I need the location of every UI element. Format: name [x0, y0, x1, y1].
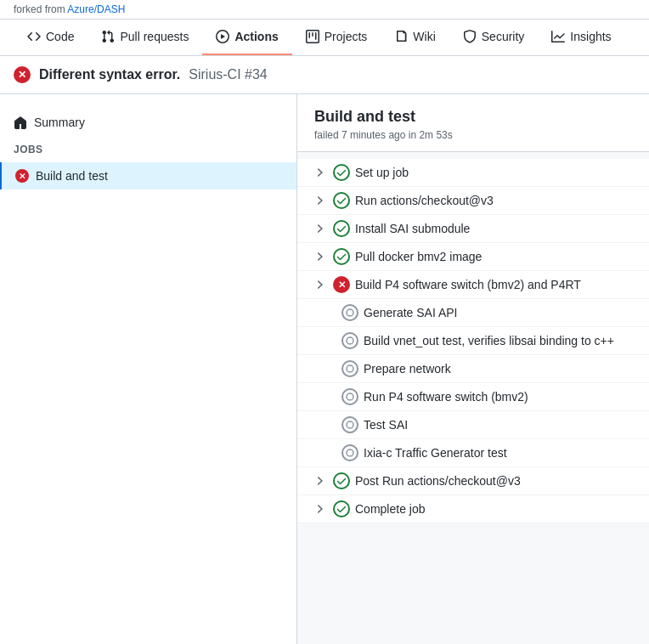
sidebar-summary-label: Summary [34, 116, 85, 129]
chevron-icon[interactable] [311, 472, 328, 489]
step-label: Generate SAI API [364, 306, 458, 319]
step-label: Post Run actions/checkout@v3 [355, 474, 521, 488]
nav-item-insights[interactable]: Insights [538, 20, 624, 55]
status-skipped-icon [341, 388, 358, 405]
nav-item-security[interactable]: Security [449, 20, 539, 55]
status-skipped-icon [341, 444, 358, 461]
nav-item-wiki[interactable]: Wiki [381, 20, 449, 55]
svg-point-4 [347, 421, 353, 428]
step-label: Pull docker bmv2 image [355, 250, 482, 263]
status-success-icon [333, 192, 350, 209]
job-item-build-and-test[interactable]: ✕ Build and test [0, 162, 296, 189]
nav-label-code: Code [46, 30, 74, 43]
error-title: Different syntax error. [39, 67, 180, 82]
sidebar: Summary Jobs ✕ Build and test [0, 94, 297, 644]
fork-notice-link[interactable]: Azure/DASH [67, 3, 125, 15]
chevron-icon[interactable] [311, 192, 328, 209]
home-icon [14, 115, 27, 130]
chevron-icon[interactable] [311, 248, 328, 265]
steps-list: Set up job Run actions/checkout@v3 Insta… [297, 152, 649, 530]
nav-label-wiki: Wiki [413, 30, 435, 43]
status-error-icon: ✕ [333, 276, 350, 293]
status-success-icon [333, 220, 350, 237]
wiki-icon [394, 30, 408, 43]
security-icon [463, 30, 477, 43]
chevron-icon[interactable] [311, 220, 328, 237]
step-row[interactable]: Post Run actions/checkout@v3 [297, 467, 649, 495]
chevron-icon[interactable] [311, 164, 328, 181]
sidebar-summary-link[interactable]: Summary [0, 108, 296, 137]
fork-notice-prefix: forked from [14, 3, 65, 15]
jobs-section-label: Jobs [0, 137, 296, 162]
error-subtitle: Sirius-CI #34 [189, 67, 267, 82]
nav-item-code[interactable]: Code [14, 20, 87, 55]
svg-point-2 [347, 365, 353, 372]
step-row[interactable]: Prepare network [297, 355, 649, 383]
step-label: Build P4 software switch (bmv2) and P4RT [355, 278, 581, 291]
step-label: Ixia-c Traffic Generator test [364, 446, 507, 460]
step-row[interactable]: Generate SAI API [297, 299, 649, 327]
step-label: Prepare network [364, 362, 451, 376]
nav-item-pull-requests[interactable]: Pull requests [87, 20, 202, 55]
actions-icon [216, 30, 229, 43]
panel-header: Build and test failed 7 minutes ago in 2… [297, 94, 649, 152]
step-label: Test SAI [364, 418, 408, 432]
nav-label-security: Security [482, 30, 525, 43]
insights-icon [551, 30, 565, 43]
chevron-icon[interactable] [311, 500, 328, 517]
svg-point-1 [347, 337, 353, 344]
error-banner: ✕ Different syntax error. Sirius-CI #34 [0, 56, 649, 94]
chevron-icon[interactable] [311, 276, 328, 293]
status-skipped-icon [341, 360, 358, 377]
step-row[interactable]: Ixia-c Traffic Generator test [297, 439, 649, 467]
top-nav: Code Pull requests Actions Projects [0, 20, 649, 56]
nav-item-actions[interactable]: Actions [202, 20, 291, 55]
status-success-icon [333, 472, 350, 489]
step-row[interactable]: Install SAI submodule [297, 215, 649, 243]
step-row[interactable]: Complete job [297, 495, 649, 523]
step-row[interactable]: Build vnet_out test, verifies libsai bin… [297, 327, 649, 355]
step-row[interactable]: Test SAI [297, 411, 649, 439]
step-label: Build vnet_out test, verifies libsai bin… [364, 334, 614, 347]
status-skipped-icon [341, 416, 358, 433]
svg-point-3 [347, 393, 353, 400]
code-icon [27, 30, 41, 43]
panel-title: Build and test [314, 108, 632, 126]
nav-label-pull-requests: Pull requests [120, 30, 189, 43]
status-success-icon [333, 164, 350, 181]
content-panel: Build and test failed 7 minutes ago in 2… [297, 94, 649, 644]
main-layout: Summary Jobs ✕ Build and test Build and … [0, 94, 649, 644]
step-label: Run actions/checkout@v3 [355, 194, 494, 207]
nav-label-actions: Actions [234, 30, 278, 43]
step-row[interactable]: ✕Build P4 software switch (bmv2) and P4R… [297, 271, 649, 299]
svg-point-0 [347, 309, 353, 316]
job-item-label: Build and test [36, 169, 108, 183]
nav-label-insights: Insights [570, 30, 611, 43]
step-row[interactable]: Set up job [297, 159, 649, 187]
step-label: Install SAI submodule [355, 222, 470, 235]
step-row[interactable]: Pull docker bmv2 image [297, 243, 649, 271]
step-label: Complete job [355, 502, 426, 516]
step-row[interactable]: Run P4 software switch (bmv2) [297, 383, 649, 411]
step-row[interactable]: Run actions/checkout@v3 [297, 187, 649, 215]
step-label: Set up job [355, 166, 409, 179]
pull-request-icon [101, 30, 115, 43]
job-status-error-icon: ✕ [15, 169, 29, 183]
nav-item-projects[interactable]: Projects [292, 20, 381, 55]
step-label: Run P4 software switch (bmv2) [364, 390, 528, 404]
status-success-icon [333, 248, 350, 265]
panel-meta: failed 7 minutes ago in 2m 53s [314, 129, 632, 141]
status-skipped-icon [341, 332, 358, 349]
projects-icon [306, 30, 319, 43]
status-success-icon [333, 500, 350, 517]
status-skipped-icon [341, 304, 358, 321]
nav-label-projects: Projects [324, 30, 368, 43]
svg-point-5 [347, 449, 353, 456]
fork-notice: forked from Azure/DASH [0, 0, 649, 20]
error-icon: ✕ [14, 66, 31, 83]
